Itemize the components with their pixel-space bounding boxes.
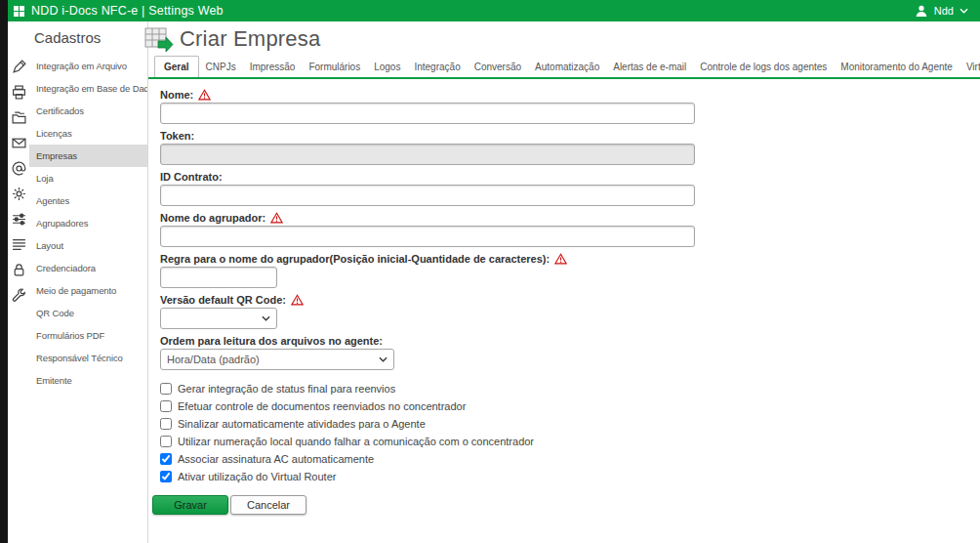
cancel-button[interactable]: Cancelar xyxy=(230,495,306,515)
chevron-down-icon xyxy=(379,356,388,362)
sidebar-item-emitente[interactable]: Emitente xyxy=(29,369,147,392)
page-title: Criar Empresa xyxy=(180,26,320,52)
tools-icon xyxy=(12,60,26,74)
nome-input[interactable] xyxy=(160,103,695,124)
tab-monitoramento-do-agente[interactable]: Monitoramento do Agente xyxy=(834,56,960,77)
chevron-down-icon xyxy=(960,8,968,14)
warning-icon xyxy=(291,294,304,306)
tab-logos[interactable]: Logos xyxy=(367,56,407,77)
regra-agrupador-label-text: Regra para o nome do agrupador(Posição i… xyxy=(160,253,550,265)
at-icon xyxy=(12,161,26,176)
nome-label-text: Nome: xyxy=(160,89,193,101)
nome-agrupador-label-text: Nome do agrupador: xyxy=(160,212,265,224)
sidebar: Cadastros Integr xyxy=(8,21,148,543)
checkbox-numeracao-local[interactable] xyxy=(160,436,172,447)
checkbox-label: Gerar integração de status final para re… xyxy=(178,383,395,395)
token-label-text: Token: xyxy=(160,130,194,142)
sidebar-item-meio-de-pagamento[interactable]: Meio de pagamento xyxy=(29,279,147,302)
gear-icon xyxy=(12,187,26,201)
topbar: NDD i-Docs NFC-e | Settings Web Ndd xyxy=(8,0,980,21)
company-form: Nome: Token: ID Contrato: xyxy=(148,79,980,515)
sidebar-item-responsavel-tecnico[interactable]: Responsável Técnico xyxy=(29,347,147,369)
ordem-leitura-select[interactable]: Hora/Data (padrão) xyxy=(160,349,394,370)
token-input xyxy=(160,144,695,165)
left-edge-strip xyxy=(0,0,8,543)
app-logo-icon xyxy=(14,6,24,17)
id-contrato-label: ID Contrato: xyxy=(160,171,980,183)
ordem-leitura-label-text: Ordem para leitura dos arquivos no agent… xyxy=(160,335,383,347)
main-content: Criar Empresa Geral CNPJs Impressão Form… xyxy=(148,21,980,543)
sliders-icon xyxy=(12,212,26,227)
checkbox-row-sinalizar-atividades[interactable]: Sinalizar automaticamente atividades par… xyxy=(160,415,980,433)
chevron-down-icon xyxy=(262,315,270,321)
checkbox-sinalizar-atividades[interactable] xyxy=(160,418,172,430)
checkbox-row-controle-reenviados[interactable]: Efetuar controle de documentos reenviado… xyxy=(160,397,980,415)
sidebar-item-licencas[interactable]: Licenças xyxy=(29,122,147,145)
app-title: NDD i-Docs NFC-e | Settings Web xyxy=(31,4,224,18)
checkbox-controle-reenviados[interactable] xyxy=(160,400,172,412)
checkbox-label: Associar assinatura AC automaticamente xyxy=(178,453,374,465)
user-name: Ndd xyxy=(934,5,954,17)
sidebar-menu: Integração em Arquivo Integração em Base… xyxy=(29,52,147,543)
ordem-leitura-label: Ordem para leitura dos arquivos no agent… xyxy=(160,335,980,347)
sidebar-heading: Cadastros xyxy=(8,21,147,52)
checkbox-assinatura-ac[interactable] xyxy=(160,453,172,465)
page-header: Criar Empresa xyxy=(143,21,980,54)
versao-qr-label: Versão default QR Code: xyxy=(160,294,980,306)
checkbox-row-virtual-router[interactable]: Ativar utilização do Virtual Router xyxy=(160,468,980,485)
sidebar-item-agrupadores[interactable]: Agrupadores xyxy=(29,212,147,234)
tab-alertas-de-email[interactable]: Alertas de e-mail xyxy=(606,56,693,77)
checkbox-row-status-final-reenvios[interactable]: Gerar integração de status final para re… xyxy=(160,380,980,397)
save-button[interactable]: Gravar xyxy=(152,495,228,515)
user-icon xyxy=(915,4,928,18)
nome-agrupador-input[interactable] xyxy=(160,226,695,247)
warning-icon xyxy=(554,253,567,265)
versao-qr-select[interactable] xyxy=(160,308,277,329)
token-label: Token: xyxy=(160,130,980,142)
wrench-icon xyxy=(12,288,26,303)
tab-integracao[interactable]: Integração xyxy=(407,56,467,77)
nome-agrupador-label: Nome do agrupador: xyxy=(160,212,980,224)
regra-agrupador-input[interactable] xyxy=(160,267,277,288)
checkbox-label: Sinalizar automaticamente atividades par… xyxy=(178,418,426,430)
sidebar-item-integracao-em-base-de-dados[interactable]: Integração em Base de Dados xyxy=(29,77,147,100)
ordem-leitura-value: Hora/Data (padrão) xyxy=(167,354,260,365)
app-window: NDD i-Docs NFC-e | Settings Web Ndd Cada… xyxy=(0,0,980,543)
id-contrato-input[interactable] xyxy=(160,185,695,206)
tab-impressao[interactable]: Impressão xyxy=(243,56,303,77)
sidebar-item-formularios-pdf[interactable]: Formulários PDF xyxy=(29,324,147,347)
tab-cnpjs[interactable]: CNPJs xyxy=(199,56,243,77)
tab-formularios[interactable]: Formulários xyxy=(302,56,367,77)
list-icon xyxy=(12,237,26,252)
checkbox-status-final-reenvios[interactable] xyxy=(160,383,172,395)
sidebar-item-loja[interactable]: Loja xyxy=(29,167,147,189)
folders-icon xyxy=(12,110,26,125)
checkbox-row-numeracao-local[interactable]: Utilizar numeração local quando falhar a… xyxy=(160,433,980,450)
tab-virtual-router[interactable]: Virtual Router xyxy=(960,56,980,77)
lock-icon xyxy=(12,263,26,277)
sidebar-item-agentes[interactable]: Agentes xyxy=(29,189,147,212)
regra-agrupador-label: Regra para o nome do agrupador(Posição i… xyxy=(160,253,980,265)
warning-icon xyxy=(198,89,211,101)
id-contrato-label-text: ID Contrato: xyxy=(160,171,223,183)
user-menu[interactable]: Ndd xyxy=(915,4,980,18)
printer-icon xyxy=(12,85,26,100)
checkbox-row-assinatura-ac[interactable]: Associar assinatura AC automaticamente xyxy=(160,450,980,468)
sidebar-item-credenciadora[interactable]: Credenciadora xyxy=(29,257,147,279)
sidebar-item-qr-code[interactable]: QR Code xyxy=(29,302,147,324)
options-group: Gerar integração de status final para re… xyxy=(160,380,980,485)
sidebar-item-empresas[interactable]: Empresas xyxy=(29,145,147,167)
checkbox-virtual-router[interactable] xyxy=(160,471,172,482)
sidebar-item-certificados[interactable]: Certificados xyxy=(29,100,147,122)
checkbox-label: Efetuar controle de documentos reenviado… xyxy=(178,400,466,412)
versao-qr-label-text: Versão default QR Code: xyxy=(160,294,286,306)
tab-controle-de-logs-dos-agentes[interactable]: Controle de logs dos agentes xyxy=(693,56,834,77)
checkbox-label: Ativar utilização do Virtual Router xyxy=(178,471,336,482)
tab-geral[interactable]: Geral xyxy=(154,56,199,79)
tab-automatizacao[interactable]: Automatização xyxy=(528,56,606,77)
tab-conversao[interactable]: Conversão xyxy=(468,56,528,77)
sidebar-item-layout[interactable]: Layout xyxy=(29,234,147,257)
form-actions: Gravar Cancelar xyxy=(152,495,980,515)
nome-label: Nome: xyxy=(160,89,980,101)
sidebar-item-integracao-em-arquivo[interactable]: Integração em Arquivo xyxy=(29,55,147,77)
